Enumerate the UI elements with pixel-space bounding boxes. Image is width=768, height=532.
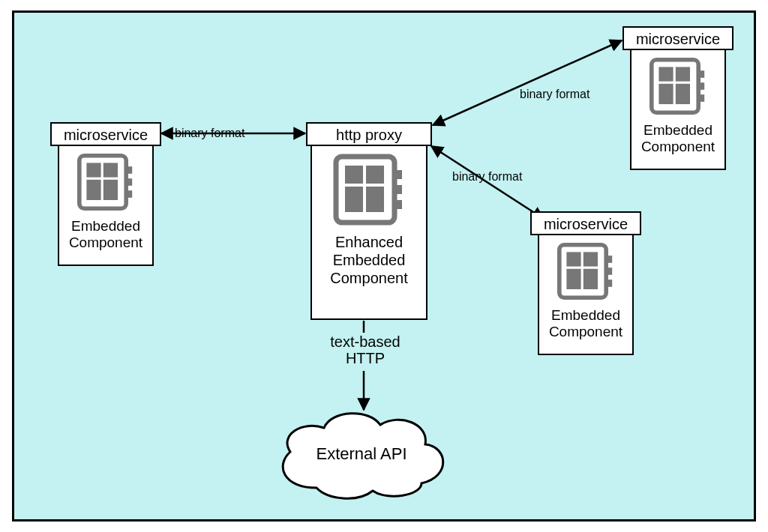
node-caption: Enhanced Embedded Component [315,233,423,287]
node-caption: Embedded Component [542,307,629,340]
node-body: Embedded Component [630,50,726,170]
node-caption: Embedded Component [62,218,149,251]
node-microservice-topright: microservice Embedded Component [622,26,734,170]
node-body: Embedded Component [58,146,154,266]
svg-rect-5 [80,156,126,208]
svg-rect-32 [566,269,580,289]
node-microservice-left: microservice Embedded Component [50,122,161,266]
node-http-proxy: http proxy Enhanced Embedded Component [306,122,432,320]
svg-rect-27 [698,82,704,90]
svg-rect-10 [126,166,132,174]
svg-rect-17 [366,187,384,212]
node-microservice-right: microservice Embedded Component [530,211,641,355]
node-body: Enhanced Embedded Component [310,146,428,320]
svg-rect-6 [86,163,100,177]
component-icon [332,152,406,227]
svg-rect-25 [676,84,690,104]
svg-rect-18 [394,170,402,179]
node-title: microservice [530,211,641,235]
svg-rect-33 [584,269,598,289]
svg-rect-23 [676,67,690,81]
node-external-api-cloud: External API [268,405,455,503]
component-icon [556,241,616,301]
svg-rect-36 [606,279,612,287]
svg-line-1 [433,40,622,125]
node-title: http proxy [306,122,432,146]
component-icon [76,152,136,212]
svg-rect-22 [658,67,673,81]
svg-rect-21 [652,60,698,112]
edge-label-left-center: binary format [175,127,244,140]
svg-rect-19 [394,185,402,194]
svg-rect-16 [345,187,363,212]
svg-rect-12 [126,190,132,198]
edge-label-center-topright: binary format [520,88,590,101]
node-title: microservice [622,26,734,50]
svg-rect-9 [104,180,118,200]
svg-rect-15 [366,166,384,184]
svg-rect-13 [336,157,394,223]
component-icon [648,56,708,116]
cloud-label: External API [316,444,406,464]
svg-rect-20 [394,200,402,209]
node-body: Embedded Component [538,235,634,355]
diagram-canvas: microservice Embedded Component http pro… [12,10,756,522]
edge-label-center-right: binary format [452,170,522,184]
svg-rect-35 [606,267,612,275]
svg-rect-29 [560,245,606,297]
svg-rect-26 [698,70,704,78]
svg-rect-14 [345,166,363,184]
svg-rect-11 [126,178,132,186]
svg-rect-31 [584,252,598,266]
svg-rect-30 [566,252,580,266]
svg-rect-24 [658,84,673,104]
svg-rect-8 [86,180,100,200]
edge-label-center-cloud: text-basedHTTP [328,333,403,366]
svg-rect-34 [606,256,612,263]
node-caption: Embedded Component [634,122,722,155]
svg-rect-7 [104,163,118,177]
svg-rect-28 [698,94,704,102]
node-title: microservice [50,122,161,146]
